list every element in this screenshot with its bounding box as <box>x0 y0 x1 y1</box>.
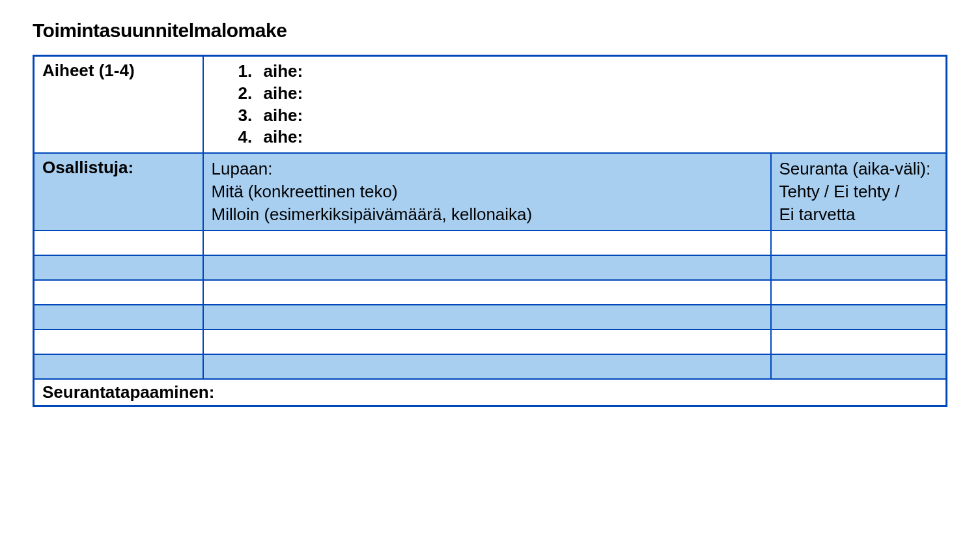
form-title: Toimintasuunnitelmalomake <box>33 20 947 42</box>
topics-label-cell: Aiheet (1-4) <box>34 56 203 154</box>
promise-line1: Lupaan: <box>212 158 763 180</box>
data-cell[interactable] <box>771 305 947 330</box>
data-cell[interactable] <box>771 255 947 280</box>
topic-item-2: aihe: <box>257 83 938 105</box>
followup-header-cell: Seuranta (aika-väli): Tehty / Ei tehty /… <box>771 153 947 231</box>
topics-list: aihe: aihe: aihe: aihe: <box>212 61 938 148</box>
data-row-4 <box>34 305 947 330</box>
topic-item-1: aihe: <box>257 61 938 83</box>
topics-list-cell: aihe: aihe: aihe: aihe: <box>203 56 947 154</box>
data-cell[interactable] <box>771 354 947 379</box>
data-cell[interactable] <box>34 255 203 280</box>
data-cell[interactable] <box>203 280 771 305</box>
followup-meeting-cell: Seurantatapaaminen: <box>34 379 947 406</box>
promise-line3: Milloin (esimerkiksipäivämäärä, kellonai… <box>212 203 763 226</box>
topic-item-3: aihe: <box>257 105 938 127</box>
data-row-5 <box>34 330 947 354</box>
promise-line2: Mitä (konkreettinen teko) <box>212 180 763 203</box>
followup-line2: Tehty / Ei tehty / <box>779 180 938 203</box>
data-row-6 <box>34 354 947 379</box>
header-row: Osallistuja: Lupaan: Mitä (konkreettinen… <box>34 153 947 231</box>
participant-label-cell: Osallistuja: <box>34 153 203 231</box>
data-cell[interactable] <box>34 305 203 330</box>
data-cell[interactable] <box>34 280 203 305</box>
data-cell[interactable] <box>203 231 771 255</box>
data-row-1 <box>34 231 947 255</box>
data-cell[interactable] <box>34 354 203 379</box>
data-cell[interactable] <box>203 330 771 354</box>
data-cell[interactable] <box>203 354 771 379</box>
followup-line3: Ei tarvetta <box>779 203 938 226</box>
data-cell[interactable] <box>203 305 771 330</box>
data-row-3 <box>34 280 947 305</box>
data-cell[interactable] <box>34 231 203 255</box>
followup-line1: Seuranta (aika-väli): <box>779 158 938 180</box>
topic-item-4: aihe: <box>257 126 938 148</box>
data-cell[interactable] <box>771 280 947 305</box>
data-cell[interactable] <box>34 330 203 354</box>
topics-row: Aiheet (1-4) aihe: aihe: aihe: aihe: <box>34 56 947 154</box>
footer-row: Seurantatapaaminen: <box>34 379 947 406</box>
data-row-2 <box>34 255 947 280</box>
data-cell[interactable] <box>771 231 947 255</box>
action-plan-table: Aiheet (1-4) aihe: aihe: aihe: aihe: Osa… <box>33 55 947 407</box>
data-cell[interactable] <box>771 330 947 354</box>
promise-header-cell: Lupaan: Mitä (konkreettinen teko) Milloi… <box>203 153 771 231</box>
data-cell[interactable] <box>203 255 771 280</box>
